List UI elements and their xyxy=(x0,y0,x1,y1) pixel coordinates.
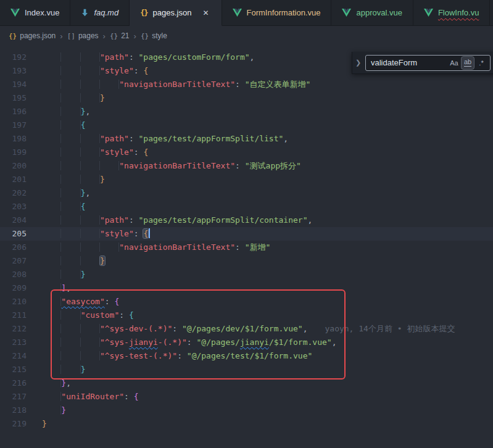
code-text: "navigationBarTitleText": "测试app拆分" xyxy=(42,159,301,173)
line-number[interactable]: 204 xyxy=(0,214,42,227)
code-line[interactable]: 213 "^sys-jianyi-(.*)": "@/pages/jianyi/… xyxy=(0,336,493,349)
line-number[interactable]: 192 xyxy=(0,51,42,64)
line-number[interactable]: 212 xyxy=(0,322,42,336)
find-widget: ❯ validateForm Aa ab .* xyxy=(352,52,493,74)
code-line[interactable]: 217 "uniIdRouter": { xyxy=(0,390,493,404)
line-number[interactable]: 201 xyxy=(0,173,42,186)
editor[interactable]: 192 "path": "pages/customForm/form",193 … xyxy=(0,46,493,448)
code-line[interactable]: 204 "path": "pages/test/appFormSplit/con… xyxy=(0,214,493,227)
code-line[interactable]: 216 }, xyxy=(0,376,493,390)
vue-file-icon xyxy=(342,9,351,17)
code-line[interactable]: 205 "style": { xyxy=(0,227,493,241)
editor-window: Index.vuefaq.md{}pages.json✕FormInformat… xyxy=(0,0,493,448)
line-number[interactable]: 215 xyxy=(0,363,42,376)
code-line[interactable]: 215 } xyxy=(0,363,493,376)
line-number[interactable]: 194 xyxy=(0,78,42,91)
code-text: }, xyxy=(42,105,90,118)
line-number[interactable]: 211 xyxy=(0,309,42,322)
line-number[interactable]: 214 xyxy=(0,349,42,363)
code-text: "^sys-jianyi-(.*)": "@/pages/jianyi/$1/f… xyxy=(42,336,336,349)
code-line[interactable]: 195 } xyxy=(0,91,493,105)
close-icon[interactable]: ✕ xyxy=(201,8,210,18)
symbol-icon: [] xyxy=(67,32,75,40)
regex-toggle[interactable]: .* xyxy=(475,57,487,69)
code-text: } xyxy=(42,254,105,268)
whole-word-toggle[interactable]: ab xyxy=(462,57,474,69)
breadcrumb-item-21[interactable]: {}21 xyxy=(110,31,130,40)
line-number[interactable]: 206 xyxy=(0,241,42,254)
breadcrumb: {}pages.json›[]pages›{}21›{}style xyxy=(0,26,493,46)
line-number[interactable]: 213 xyxy=(0,336,42,349)
code-line[interactable]: 199 "style": { xyxy=(0,146,493,159)
line-number[interactable]: 202 xyxy=(0,186,42,200)
line-number[interactable]: 205 xyxy=(0,227,42,241)
tab-flowinfo-vu[interactable]: FlowInfo.vu xyxy=(413,0,490,26)
code-text: { xyxy=(42,200,85,214)
line-number[interactable]: 193 xyxy=(0,64,42,78)
line-number[interactable]: 196 xyxy=(0,105,42,118)
code-line[interactable]: 198 "path": "pages/test/appFormSplit/lis… xyxy=(0,132,493,146)
code-line[interactable]: 219} xyxy=(0,417,493,431)
breadcrumb-separator: › xyxy=(103,31,106,41)
line-number[interactable]: 203 xyxy=(0,200,42,214)
tab-bar-filler xyxy=(490,0,493,26)
line-number[interactable]: 207 xyxy=(0,254,42,268)
code-line[interactable]: 197 { xyxy=(0,118,493,132)
tab-faq-md[interactable]: faq.md xyxy=(70,0,130,26)
code-text: "style": { xyxy=(42,64,148,78)
line-number[interactable]: 199 xyxy=(0,146,42,159)
line-number[interactable]: 208 xyxy=(0,268,42,281)
code-line[interactable]: 202 }, xyxy=(0,186,493,200)
line-number[interactable]: 217 xyxy=(0,390,42,404)
tab-forminformation-vue[interactable]: FormInformation.vue xyxy=(222,0,332,26)
code-line[interactable]: 207 } xyxy=(0,254,493,268)
line-number[interactable]: 209 xyxy=(0,281,42,295)
code-line[interactable]: 206 "navigationBarTitleText": "新增" xyxy=(0,241,493,254)
line-number[interactable]: 219 xyxy=(0,417,42,431)
breadcrumb-item-pages[interactable]: []pages xyxy=(67,31,99,40)
code-area: 192 "path": "pages/customForm/form",193 … xyxy=(0,51,493,431)
line-number[interactable]: 216 xyxy=(0,376,42,390)
symbol-icon: {} xyxy=(9,32,17,40)
code-line[interactable]: 208 } xyxy=(0,268,493,281)
code-text: "path": "pages/test/appFormSplit/contain… xyxy=(42,214,312,227)
code-text: ], xyxy=(42,281,71,295)
match-case-toggle[interactable]: Aa xyxy=(448,57,460,69)
line-number[interactable]: 200 xyxy=(0,159,42,173)
line-number[interactable]: 195 xyxy=(0,91,42,105)
breadcrumb-separator: › xyxy=(60,31,62,41)
chevron-right-icon[interactable]: ❯ xyxy=(354,59,363,67)
json-file-icon: {} xyxy=(140,9,147,17)
code-line[interactable]: 200 "navigationBarTitleText": "测试app拆分" xyxy=(0,159,493,173)
line-number[interactable]: 210 xyxy=(0,295,42,309)
code-line[interactable]: 196 }, xyxy=(0,105,493,118)
line-number[interactable]: 198 xyxy=(0,132,42,146)
code-text: "style": { xyxy=(42,146,148,159)
code-line[interactable]: 201 } xyxy=(0,173,493,186)
breadcrumb-label: pages.json xyxy=(20,31,56,40)
code-line[interactable]: 210 "easycom": { xyxy=(0,295,493,309)
tab-index-vue[interactable]: Index.vue xyxy=(0,0,70,26)
find-input[interactable]: validateForm Aa ab .* xyxy=(365,55,491,71)
line-number[interactable]: 218 xyxy=(0,404,42,417)
code-line[interactable]: 203 { xyxy=(0,200,493,214)
breadcrumb-item-pages.json[interactable]: {}pages.json xyxy=(9,31,56,40)
code-line[interactable]: 212 "^sys-dev-(.*)": "@/pages/dev/$1/for… xyxy=(0,322,493,336)
breadcrumb-item-style[interactable]: {}style xyxy=(141,31,167,40)
code-text: "style": { xyxy=(42,227,150,241)
code-text: "navigationBarTitleText": "新增" xyxy=(42,241,270,254)
code-line[interactable]: 211 "custom": { xyxy=(0,309,493,322)
code-line[interactable]: 214 "^sys-test-(.*)": "@/pages/test/$1/f… xyxy=(0,349,493,363)
code-text: } xyxy=(42,173,105,186)
code-text: }, xyxy=(42,376,71,390)
code-text: } xyxy=(42,363,85,376)
vue-file-icon xyxy=(424,9,433,17)
code-line[interactable]: 209 ], xyxy=(0,281,493,295)
code-text: "^sys-test-(.*)": "@/pages/test/$1/form.… xyxy=(42,349,312,363)
tab-label: FlowInfo.vu xyxy=(438,8,479,17)
code-line[interactable]: 218 } xyxy=(0,404,493,417)
tab-approval-vue[interactable]: approval.vue xyxy=(331,0,413,26)
line-number[interactable]: 197 xyxy=(0,118,42,132)
tab-pages-json[interactable]: {}pages.json✕ xyxy=(130,0,222,26)
code-line[interactable]: 194 "navigationBarTitleText": "自定义表单新增" xyxy=(0,78,493,91)
